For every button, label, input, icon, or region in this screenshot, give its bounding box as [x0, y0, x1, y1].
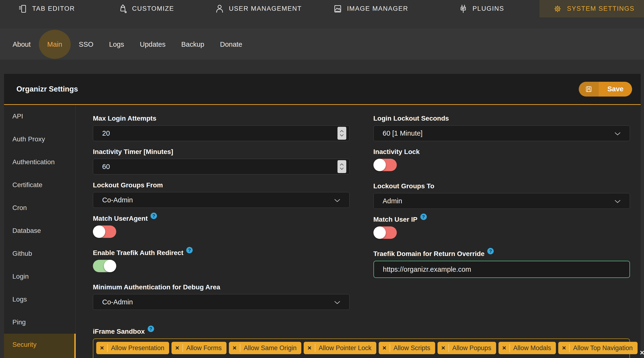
tag-remove-icon[interactable]: × [382, 344, 386, 352]
lockout-groups-from-select[interactable]: Co-Admin [93, 192, 350, 208]
tag-remove-icon[interactable]: × [233, 344, 236, 352]
inactivity-lock-toggle[interactable] [374, 159, 397, 171]
tag-remove-icon[interactable]: × [100, 344, 104, 352]
save-button[interactable]: Save [579, 82, 632, 97]
sidebar-item-api[interactable]: API [4, 105, 76, 128]
tag-separator [240, 344, 240, 352]
help-icon[interactable]: ? [186, 247, 193, 253]
number-stepper[interactable] [338, 160, 346, 173]
chevron-down-icon [334, 298, 340, 306]
tag-allow-popups[interactable]: ×Allow Popups [438, 342, 496, 354]
stepper-up-icon[interactable] [340, 130, 344, 133]
match-user-ip-toggle[interactable] [374, 226, 397, 239]
enable-traefik-auth-redirect-toggle[interactable] [93, 260, 116, 272]
tag-separator [107, 344, 108, 352]
subnav-backup[interactable]: Backup [174, 41, 212, 48]
subnav-about[interactable]: About [5, 41, 38, 48]
subnav-updates[interactable]: Updates [132, 41, 174, 48]
tag-separator [390, 344, 390, 352]
sidebar-item-login[interactable]: Login [4, 265, 76, 288]
tag-label: Allow Popups [452, 344, 491, 352]
lockout-groups-to-label: Lockout Groups To [374, 182, 630, 190]
settings-sidebar: API Auth Proxy Authentication Certificat… [4, 105, 76, 358]
subnav-donate[interactable]: Donate [212, 41, 250, 48]
tag-allow-presentation[interactable]: ×Allow Presentation [96, 342, 169, 354]
help-icon[interactable]: ? [150, 213, 157, 219]
tag-separator [315, 344, 315, 352]
sidebar-item-authentication[interactable]: Authentication [4, 151, 76, 174]
number-stepper[interactable] [338, 127, 346, 140]
match-useragent-label: Match UserAgent ? [93, 214, 350, 223]
tag-allow-forms[interactable]: ×Allow Forms [172, 342, 226, 354]
field-label-text: Inactivity Timer [Minutes] [93, 148, 173, 156]
tag-label: Allow Presentation [111, 344, 164, 352]
sidebar-item-certificate[interactable]: Certificate [4, 174, 76, 196]
subnav-logs[interactable]: Logs [101, 41, 132, 48]
help-icon[interactable]: ? [487, 248, 494, 254]
tag-allow-top-navigation[interactable]: ×Allow Top Navigation [558, 342, 638, 354]
inactivity-timer-input[interactable] [93, 159, 350, 174]
clear-all-tags-button[interactable]: × [640, 346, 644, 358]
help-icon[interactable]: ? [420, 214, 427, 220]
toggle-knob [104, 260, 116, 272]
inactivity-timer-field [93, 159, 350, 174]
tag-label: Allow Scripts [394, 344, 430, 352]
sidebar-item-cron[interactable]: Cron [4, 196, 76, 219]
subnav-sso[interactable]: SSO [71, 41, 101, 48]
tag-separator [510, 344, 510, 352]
tab-image-manager[interactable]: IMAGE MANAGER [333, 0, 408, 18]
tag-label: Allow Top Navigation [573, 344, 632, 352]
max-login-attempts-field [93, 125, 350, 141]
selected-value: Co-Admin [102, 196, 133, 204]
max-login-attempts-label: Max Login Attempts [93, 114, 350, 123]
tab-plugins[interactable]: PLUGINS [458, 0, 504, 18]
toggle-knob [93, 225, 105, 238]
tag-allow-same-origin[interactable]: ×Allow Same Origin [229, 342, 301, 354]
lockout-groups-to-select[interactable]: Admin [374, 193, 630, 209]
login-lockout-seconds-label: Login Lockout Seconds [374, 114, 630, 123]
sidebar-item-database[interactable]: Database [4, 219, 76, 242]
tab-customize[interactable]: CUSTOMIZE [118, 0, 174, 18]
page-title: Organizr Settings [16, 85, 78, 93]
sidebar-item-ping[interactable]: Ping [4, 311, 76, 334]
selected-value: Admin [383, 197, 402, 205]
sidebar-item-security[interactable]: Security [4, 334, 76, 358]
tab-system-settings[interactable]: SYSTEM SETTINGS [540, 0, 644, 18]
image-manager-icon [333, 4, 343, 14]
max-login-attempts-input[interactable] [93, 126, 350, 141]
field-label-text: Login Lockout Seconds [374, 114, 449, 123]
field-label-text: Match User IP [374, 215, 418, 224]
save-button-icon-segment [579, 82, 599, 97]
toggle-knob [374, 226, 386, 239]
stepper-down-icon[interactable] [340, 134, 344, 137]
stepper-down-icon[interactable] [340, 167, 344, 170]
subnav-main-active[interactable]: Main [39, 30, 71, 59]
sidebar-item-github[interactable]: Github [4, 242, 76, 265]
chevron-down-icon [334, 196, 340, 204]
tag-remove-icon[interactable]: × [562, 344, 566, 352]
login-lockout-seconds-select[interactable]: 60 [1 Minute] [374, 125, 630, 141]
tag-remove-icon[interactable]: × [502, 344, 506, 352]
tag-allow-scripts[interactable]: ×Allow Scripts [379, 342, 435, 354]
tag-remove-icon[interactable]: × [441, 344, 445, 352]
form-right-column: Login Lockout Seconds 60 [1 Minute] Inac… [374, 114, 630, 316]
tag-remove-icon[interactable]: × [175, 344, 179, 352]
tab-user-management[interactable]: USER MANAGEMENT [214, 0, 302, 18]
tab-label: USER MANAGEMENT [229, 5, 302, 13]
iframe-sandbox-label: iFrame Sandbox ? [93, 327, 630, 335]
tag-allow-modals[interactable]: ×Allow Modals [498, 342, 556, 354]
tag-allow-pointer-lock[interactable]: ×Allow Pointer Lock [304, 342, 376, 354]
tab-tab-editor[interactable]: TAB EDITOR [18, 0, 75, 18]
stepper-up-icon[interactable] [340, 163, 344, 166]
sidebar-item-logs[interactable]: Logs [4, 288, 76, 311]
help-icon[interactable]: ? [148, 325, 154, 332]
iframe-sandbox-tag-input[interactable]: ×Allow Presentation ×Allow Forms ×Allow … [93, 338, 630, 358]
top-nav-items: TAB EDITOR CUSTOMIZE USER MANAGEMENT [0, 0, 644, 18]
minimum-auth-debug-select[interactable]: Co-Admin [93, 294, 350, 310]
tag-remove-icon[interactable]: × [308, 344, 311, 352]
field-label-text: Match UserAgent [93, 214, 148, 223]
traefik-domain-override-input[interactable] [374, 261, 630, 277]
chevron-down-icon [614, 197, 621, 205]
match-useragent-toggle[interactable] [93, 225, 116, 238]
sidebar-item-auth-proxy[interactable]: Auth Proxy [4, 128, 76, 151]
